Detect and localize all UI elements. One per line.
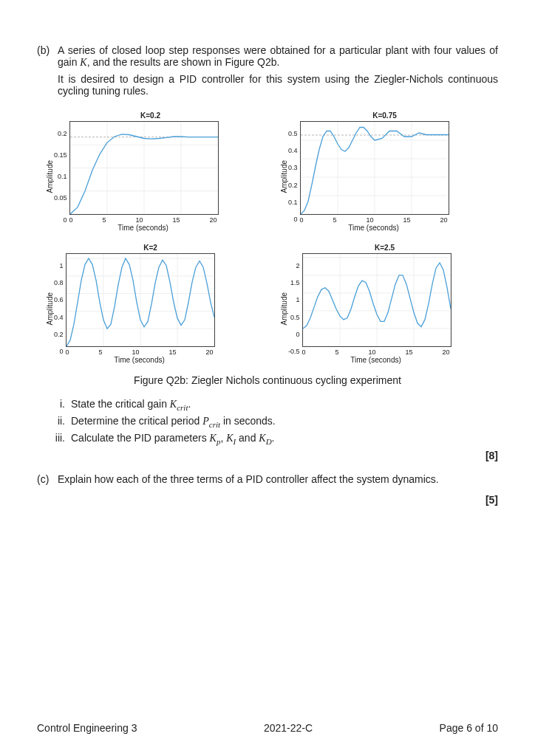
chart-2-xticks: 05101520 (66, 348, 214, 356)
chart-3-xlabel: Time (seconds) (302, 356, 450, 364)
part-b-para1: A series of closed loop step responses w… (58, 44, 498, 69)
footer-right: Page 6 of 10 (440, 722, 498, 734)
chart-1-ylabel: Amplitude (279, 160, 288, 193)
part-b-para2: It is desired to design a PID controller… (58, 73, 498, 97)
sub-i-text: State the critical gain Kcrit. (71, 398, 191, 412)
sub-item-i: i. State the critical gain Kcrit. (46, 398, 498, 412)
chart-0-ylabel: Amplitude (44, 160, 54, 193)
sub-items: i. State the critical gain Kcrit. ii. De… (37, 398, 498, 445)
chart-3-title: K=2.5 (279, 244, 491, 252)
chart-2: K=2 Amplitude 10.80.60.40.20 05101520 Ti… (44, 244, 256, 364)
page-footer: Control Engineering 3 2021-22-C Page 6 o… (37, 722, 498, 734)
chart-0-title: K=0.2 (44, 111, 256, 120)
sub-i-label: i. (46, 398, 71, 412)
sub-iii-label: iii. (46, 432, 71, 446)
marks-b: [8] (37, 450, 498, 461)
figure-q2b-grid: K=0.2 Amplitude 0.20.150.10.050 05101520… (44, 111, 491, 364)
chart-0-plot (69, 121, 219, 215)
chart-1-title: K=0.75 (279, 111, 491, 120)
chart-2-xlabel: Time (seconds) (66, 356, 214, 364)
part-c: (c) Explain how each of the three terms … (37, 473, 498, 489)
sub-item-ii: ii. Determine the critical period Pcrit … (46, 415, 498, 429)
chart-2-title: K=2 (44, 244, 256, 252)
chart-3-plot (302, 253, 451, 347)
chart-2-plot (66, 253, 215, 347)
marks-c: [5] (37, 494, 498, 506)
chart-2-yticks: 10.80.60.40.20 (54, 262, 66, 356)
chart-2-ylabel: Amplitude (44, 292, 54, 325)
chart-3: K=2.5 Amplitude 21.510.50-0.5 05101520 T… (279, 244, 491, 364)
chart-3-xticks: 05101520 (302, 348, 450, 356)
part-b-body: A series of closed loop step responses w… (58, 44, 498, 101)
part-c-body: Explain how each of the three terms of a… (58, 473, 498, 489)
chart-1-plot (300, 121, 449, 215)
chart-1-xticks: 05101520 (300, 216, 448, 224)
chart-0-xlabel: Time (seconds) (69, 224, 217, 232)
sub-ii-text: Determine the critical period Pcrit in s… (71, 415, 276, 429)
chart-1: K=0.75 Amplitude 0.50.40.30.20.10 051015… (279, 111, 491, 232)
part-b-label: (b) (37, 44, 58, 101)
chart-1-yticks: 0.50.40.30.20.10 (288, 130, 300, 224)
part-c-label: (c) (37, 473, 58, 489)
chart-0-yticks: 0.20.150.10.050 (54, 130, 69, 224)
chart-0: K=0.2 Amplitude 0.20.150.10.050 05101520… (44, 111, 256, 232)
footer-left: Control Engineering 3 (37, 722, 137, 734)
chart-3-yticks: 21.510.50-0.5 (288, 262, 302, 356)
sub-item-iii: iii. Calculate the PID parameters Kp, KI… (46, 432, 498, 446)
part-c-text: Explain how each of the three terms of a… (58, 473, 498, 485)
part-b: (b) A series of closed loop step respons… (37, 44, 498, 101)
sub-ii-label: ii. (46, 415, 71, 429)
chart-3-ylabel: Amplitude (279, 292, 288, 325)
chart-0-xticks: 05101520 (69, 216, 217, 224)
figure-caption: Figure Q2b: Ziegler Nichols continuous c… (37, 374, 498, 386)
sub-iii-text: Calculate the PID parameters Kp, KI and … (71, 432, 275, 446)
exam-page: (b) A series of closed loop step respons… (0, 0, 535, 756)
footer-mid: 2021-22-C (264, 722, 313, 734)
chart-1-xlabel: Time (seconds) (300, 224, 448, 232)
